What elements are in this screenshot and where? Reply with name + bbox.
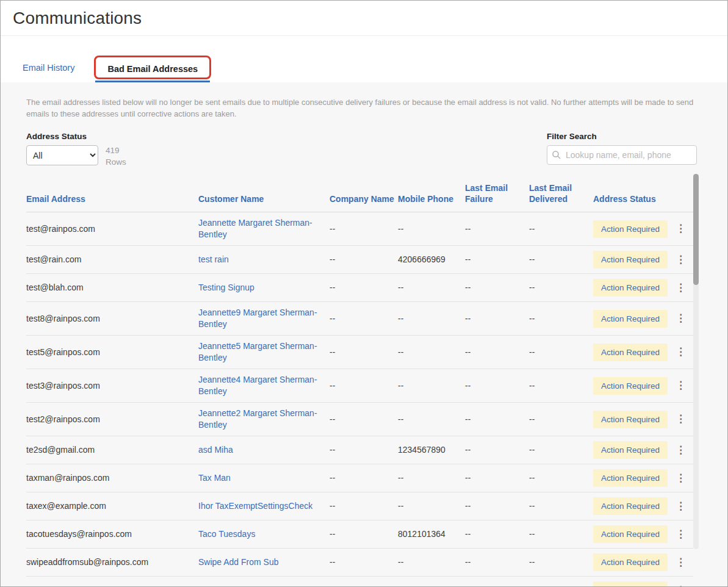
company-name-cell: -- [330,249,398,270]
mobile-phone-cell: -- [398,308,465,330]
filter-search-label: Filter Search [547,132,697,141]
mobile-phone-cell: -- [398,375,465,397]
last-email-failure-cell: -- [465,467,529,489]
customer-name-link[interactable]: Jeannette4 Margaret Sherman-Bentley [198,375,317,396]
last-email-failure-cell: -- [465,308,529,330]
last-email-delivered-cell: -- [529,552,593,573]
table-row: swipeaddfromprofile@rainpos.com Swipe Ad… [26,577,693,587]
kebab-menu-icon[interactable]: ⋮ [674,528,687,540]
kebab-menu-icon[interactable]: ⋮ [674,223,687,234]
last-email-failure-cell: -- [465,277,529,298]
email-address-cell: test5@rainpos.com [26,342,198,363]
status-badge: Action Required [593,251,668,268]
mobile-phone-cell: -- [398,552,465,573]
company-name-cell: -- [330,342,398,363]
last-email-failure-cell: -- [465,552,529,573]
mobile-phone-cell: -- [398,277,465,298]
company-name-cell: -- [330,467,398,489]
email-address-cell: taxex@example.com [26,495,198,517]
status-badge: Action Required [593,279,668,297]
column-header-customer-name: Customer Name [198,189,330,212]
customer-name-link[interactable]: Swipe Add From Sub [198,557,279,567]
tabs-row: Email History Bad Email Addresses [1,36,727,82]
customer-name-link[interactable]: Ihor TaxExemptSettingsCheck [198,501,312,511]
company-name-cell: -- [330,552,398,573]
email-address-cell: tacotuesdays@rainpos.com [26,524,198,545]
status-badge: Action Required [593,377,668,395]
table-scrollbar[interactable] [693,174,699,549]
mobile-phone-cell: -- [398,467,465,489]
kebab-menu-icon[interactable]: ⋮ [674,346,687,358]
address-status-select[interactable]: All [26,145,98,165]
column-header-mobile-phone: Mobile Phone [398,189,465,212]
kebab-menu-icon[interactable]: ⋮ [674,282,687,294]
mobile-phone-cell: -- [398,342,465,363]
table-row: test@blah.com Testing Signup -- -- -- --… [26,274,693,302]
kebab-menu-icon[interactable]: ⋮ [674,556,687,568]
tab-bad-email-addresses[interactable]: Bad Email Addresses [95,57,210,82]
customer-name-link[interactable]: Jeannette2 Margaret Sherman-Bentley [198,408,317,430]
last-email-delivered-cell: -- [529,375,593,397]
email-address-cell: te2sd@gmail.com [26,439,198,461]
company-name-cell: -- [330,218,398,240]
company-name-cell: -- [330,409,398,430]
kebab-menu-icon[interactable]: ⋮ [674,500,687,512]
kebab-menu-icon[interactable]: ⋮ [674,472,687,484]
table-row: test5@rainpos.com Jeannette5 Margaret Sh… [26,336,693,369]
customer-name-link[interactable]: asd Miha [198,445,233,455]
table-row: taxman@rainpos.com Tax Man -- -- -- -- A… [26,464,693,492]
last-email-failure-cell: -- [465,439,529,461]
last-email-delivered-cell: -- [529,277,593,298]
kebab-menu-icon[interactable]: ⋮ [674,380,687,391]
email-address-cell: test@rain.com [26,249,198,270]
kebab-menu-icon[interactable]: ⋮ [674,585,687,587]
column-header-last-email-failure: Last Email Failure [465,178,529,212]
email-address-cell: test8@rainpos.com [26,308,198,330]
table-row: te2sd@gmail.com asd Miha -- 1234567890 -… [26,436,693,464]
table-row: test@rainpos.com Jeannette Margaret Sher… [26,212,693,246]
status-badge: Action Required [593,525,668,543]
customer-name-link[interactable]: Tax Man [198,473,231,483]
last-email-delivered-cell: -- [529,249,593,270]
email-address-cell: taxman@rainpos.com [26,467,198,489]
last-email-failure-cell: -- [465,249,529,270]
company-name-cell: -- [330,580,398,587]
customer-name-link[interactable]: Taco Tuesdays [198,529,255,539]
customer-name-link[interactable]: Testing Signup [198,283,254,292]
customer-name-link[interactable]: test rain [198,254,229,264]
last-email-delivered-cell: -- [529,218,593,240]
company-name-cell: -- [330,439,398,461]
last-email-delivered-cell: -- [529,524,593,545]
customer-name-link[interactable]: Jeannette5 Margaret Sherman-Bentley [198,341,317,362]
email-address-cell: test@rainpos.com [26,218,198,240]
last-email-delivered-cell: -- [529,409,593,430]
mobile-phone-cell: -- [398,495,465,517]
tab-email-history[interactable]: Email History [23,56,81,82]
email-address-cell: swipeaddfromsub@rainpos.com [26,552,198,573]
customer-name-link[interactable]: Jeannette9 Margaret Sherman-Bentley [198,308,317,329]
email-address-cell: test@blah.com [26,277,198,298]
filter-controls: Address Status All 419 Rows Filter Searc… [26,132,697,168]
title-bar: Communications [1,1,727,36]
search-input[interactable] [547,145,697,165]
address-status-label: Address Status [26,132,126,141]
table-row: test2@rainpos.com Jeannette2 Margaret Sh… [26,403,693,436]
mobile-phone-cell: -- [398,580,465,587]
company-name-cell: -- [330,524,398,545]
kebab-menu-icon[interactable]: ⋮ [674,413,687,425]
kebab-menu-icon[interactable]: ⋮ [674,254,687,265]
customer-name-link[interactable]: Jeannette Margaret Sherman-Bentley [198,218,312,239]
table-row: taxex@example.com Ihor TaxExemptSettings… [26,492,693,520]
kebab-menu-icon[interactable]: ⋮ [674,312,687,324]
kebab-menu-icon[interactable]: ⋮ [674,444,687,456]
table-body: test@rainpos.com Jeannette Margaret Sher… [26,212,693,587]
last-email-failure-cell: -- [465,342,529,363]
email-address-cell: swipeaddfromprofile@rainpos.com [26,580,198,587]
info-text: The email addresses listed below will no… [26,96,697,120]
row-count-label: Rows [106,156,126,168]
table-header-row: Email Address Customer Name Company Name… [26,178,693,212]
mobile-phone-cell: -- [398,409,465,430]
company-name-cell: -- [330,495,398,517]
table-scrollbar-thumb[interactable] [693,174,699,285]
company-name-cell: -- [330,375,398,397]
